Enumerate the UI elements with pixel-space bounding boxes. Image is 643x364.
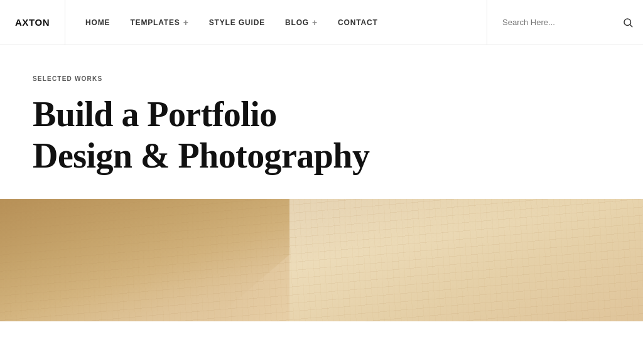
main-content: SELECTED WORKS Build a Portfolio Design … [0,45,643,321]
nav-label-contact: CONTACT [338,18,378,27]
section-label: SELECTED WORKS [33,75,610,82]
site-header: AXTON HOME TEMPLATES + STYLE GUIDE BLOG … [0,0,643,45]
search-area [487,0,613,45]
search-icon [622,17,634,28]
templates-plus-icon: + [183,18,189,27]
main-nav: HOME TEMPLATES + STYLE GUIDE BLOG + CONT… [65,0,487,45]
nav-label-templates: TEMPLATES [130,18,180,27]
nav-item-blog[interactable]: BLOG + [285,18,318,27]
nav-item-style-guide[interactable]: STYLE GUIDE [209,18,265,27]
sand-overlay [0,199,643,321]
nav-list: HOME TEMPLATES + STYLE GUIDE BLOG + CONT… [85,18,378,27]
nav-item-templates[interactable]: TEMPLATES + [130,18,188,27]
nav-label-blog: BLOG [285,18,309,27]
search-button[interactable] [613,0,643,45]
hero-title: Build a Portfolio Design & Photography [33,94,610,176]
hero-section: SELECTED WORKS Build a Portfolio Design … [0,45,643,199]
blog-plus-icon: + [312,18,318,27]
search-input[interactable] [502,18,598,27]
svg-line-1 [630,24,632,26]
hero-line-1: Build a Portfolio [33,95,277,134]
nav-label-home: HOME [85,18,110,27]
nav-item-home[interactable]: HOME [85,18,110,27]
nav-label-style-guide: STYLE GUIDE [209,18,265,27]
logo-area: AXTON [0,0,65,45]
nav-item-contact[interactable]: CONTACT [338,18,378,27]
svg-point-0 [624,19,631,26]
hero-image [0,199,643,321]
site-logo[interactable]: AXTON [15,17,50,28]
hero-line-2: Design & Photography [33,136,369,175]
